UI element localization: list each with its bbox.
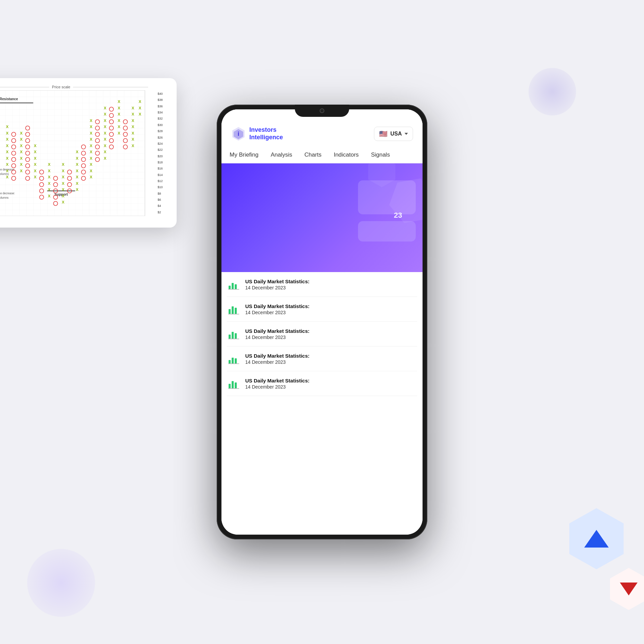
- nav-item-signals[interactable]: Signals: [370, 147, 391, 163]
- nav-item-mybriefing[interactable]: My Briefing: [228, 147, 260, 163]
- svg-text:X: X: [6, 144, 9, 148]
- feed-text-1: US Daily Market Statistics: 14 December …: [245, 278, 309, 290]
- hex-up-shape: [569, 508, 624, 569]
- svg-rect-5: [235, 284, 237, 289]
- svg-text:X: X: [104, 137, 106, 141]
- hex-down-indicator: [610, 568, 644, 610]
- hero-banner: 23 s:: [221, 163, 423, 272]
- svg-text:Support: Support: [54, 193, 68, 196]
- svg-rect-8: [232, 306, 234, 314]
- feed-title-1: US Daily Market Statistics:: [245, 278, 309, 285]
- hero-card-1: 23: [358, 180, 416, 214]
- svg-text:X: X: [90, 162, 92, 166]
- feed-item-3[interactable]: US Daily Market Statistics: 14 December …: [227, 322, 417, 346]
- nav-item-charts[interactable]: Charts: [303, 147, 323, 163]
- svg-rect-22: [228, 388, 239, 389]
- svg-text:X: X: [90, 169, 92, 173]
- svg-text:i: i: [237, 130, 239, 137]
- bar-chart-icon-4: [228, 353, 240, 365]
- svg-text:X: X: [48, 175, 51, 179]
- svg-text:X: X: [6, 131, 9, 135]
- svg-text:X: X: [62, 175, 65, 179]
- feed-item-2[interactable]: US Daily Market Statistics: 14 December …: [227, 297, 417, 322]
- svg-text:X: X: [104, 112, 106, 116]
- svg-text:X: X: [139, 100, 141, 104]
- svg-text:X: X: [90, 119, 92, 123]
- app-content: i Investors Intelligence 🇺🇸 USA My Brief…: [221, 109, 423, 535]
- svg-rect-9: [235, 308, 237, 314]
- feed-title-2: US Daily Market Statistics:: [245, 303, 309, 310]
- svg-text:X: X: [6, 137, 9, 141]
- svg-text:X columns: X columns: [0, 196, 8, 199]
- svg-text:X: X: [90, 125, 92, 129]
- svg-text:X: X: [48, 194, 51, 198]
- svg-text:X: X: [76, 175, 78, 179]
- hero-card-2: s:: [358, 221, 416, 242]
- svg-rect-20: [232, 381, 234, 388]
- nav-item-indicators[interactable]: Indicators: [332, 147, 360, 163]
- pf-grid-container: Resistance Support Price decrease: O col…: [0, 90, 156, 216]
- bar-chart-icon-5: [228, 377, 240, 390]
- svg-text:X: X: [132, 106, 135, 110]
- svg-text:X: X: [20, 162, 23, 166]
- feed-title-5: US Daily Market Statistics:: [245, 377, 309, 384]
- front-camera: [320, 108, 324, 113]
- svg-text:X: X: [104, 144, 106, 148]
- svg-text:X: X: [118, 106, 121, 110]
- svg-text:X: X: [62, 169, 65, 173]
- svg-text:X: X: [62, 187, 65, 192]
- nav-bar: My Briefing Analysis Charts Indicators S…: [221, 147, 423, 163]
- feed-date-3: 14 December 2023: [245, 335, 309, 340]
- svg-text:X: X: [6, 162, 9, 166]
- svg-rect-12: [232, 332, 234, 339]
- feed-text-2: US Daily Market Statistics: 14 December …: [245, 303, 309, 315]
- logo: i Investors Intelligence: [231, 126, 283, 141]
- chevron-down-icon: [405, 133, 408, 135]
- feed-icon-5: [227, 377, 240, 390]
- svg-text:X: X: [48, 187, 51, 192]
- feed-icon-3: [227, 327, 240, 341]
- bg-decoration-1: [27, 549, 95, 617]
- svg-text:X: X: [90, 137, 92, 141]
- svg-rect-3: [229, 286, 231, 289]
- svg-text:X: X: [132, 112, 135, 116]
- svg-text:Price decrease:: Price decrease:: [0, 192, 15, 195]
- svg-text:X: X: [139, 106, 141, 110]
- feed-item-4[interactable]: US Daily Market Statistics: 14 December …: [227, 346, 417, 371]
- svg-text:X: X: [62, 200, 65, 204]
- svg-rect-11: [229, 335, 231, 339]
- svg-text:X: X: [6, 150, 9, 154]
- feed-date-2: 14 December 2023: [245, 310, 309, 315]
- svg-text:X: X: [34, 156, 37, 160]
- svg-rect-18: [228, 363, 239, 364]
- pf-chart-area: $40 $38 $36 $34 $32 $30 $28 $26 $24 $22 …: [0, 90, 168, 216]
- country-selector[interactable]: 🇺🇸 USA: [374, 127, 413, 141]
- chart-title: Price scale: [49, 85, 73, 89]
- svg-rect-19: [229, 384, 231, 388]
- svg-text:X: X: [139, 112, 141, 116]
- bar-chart-icon-1: [228, 278, 240, 290]
- feed-title-4: US Daily Market Statistics:: [245, 353, 309, 359]
- svg-text:X: X: [48, 162, 51, 166]
- svg-rect-10: [228, 314, 239, 315]
- svg-text:X: X: [90, 156, 92, 160]
- svg-text:X: X: [104, 125, 106, 129]
- svg-text:Resistance: Resistance: [0, 97, 18, 101]
- feed-item-1[interactable]: US Daily Market Statistics: 14 December …: [227, 272, 417, 297]
- svg-rect-14: [228, 339, 239, 339]
- feed-text-3: US Daily Market Statistics: 14 December …: [245, 328, 309, 340]
- svg-text:X: X: [118, 125, 121, 129]
- feed-icon-2: [227, 302, 240, 316]
- svg-text:X: X: [132, 137, 135, 141]
- svg-rect-13: [235, 333, 237, 339]
- svg-text:X: X: [20, 144, 23, 148]
- svg-text:X: X: [6, 156, 9, 160]
- feed-icon-4: [227, 352, 240, 365]
- feed-item-5[interactable]: US Daily Market Statistics: 14 December …: [227, 371, 417, 396]
- svg-text:X: X: [104, 131, 106, 135]
- nav-item-analysis[interactable]: Analysis: [269, 147, 293, 163]
- hex-up-indicator: [569, 508, 624, 569]
- svg-text:X: X: [6, 169, 9, 173]
- svg-text:X: X: [90, 150, 92, 154]
- svg-text:X: X: [90, 131, 92, 135]
